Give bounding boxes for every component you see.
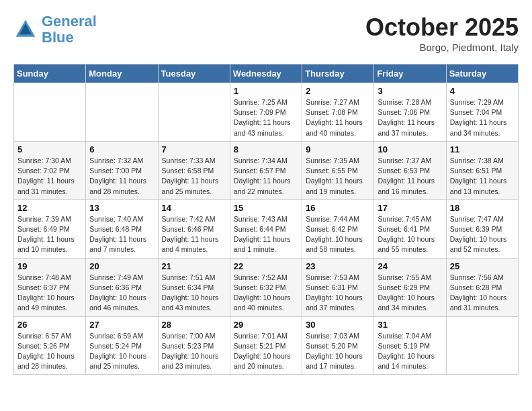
calendar-cell: 27Sunrise: 6:59 AM Sunset: 5:24 PM Dayli… [86,316,158,375]
calendar-cell: 5Sunrise: 7:30 AM Sunset: 7:02 PM Daylig… [14,141,86,199]
day-number: 12 [17,203,82,213]
calendar-cell: 10Sunrise: 7:37 AM Sunset: 6:53 PM Dayli… [374,141,446,199]
day-info: Sunrise: 6:57 AM Sunset: 5:26 PM Dayligh… [17,331,82,372]
calendar-cell: 30Sunrise: 7:03 AM Sunset: 5:20 PM Dayli… [302,316,374,375]
calendar-cell [158,83,230,142]
calendar-cell: 23Sunrise: 7:53 AM Sunset: 6:31 PM Dayli… [302,258,374,316]
calendar-cell: 16Sunrise: 7:44 AM Sunset: 6:42 PM Dayli… [302,199,374,258]
day-info: Sunrise: 7:47 AM Sunset: 6:39 PM Dayligh… [450,214,515,255]
calendar-cell: 3Sunrise: 7:28 AM Sunset: 7:06 PM Daylig… [374,83,446,142]
page-header: General Blue October 2025 Borgo, Piedmon… [13,13,519,53]
day-number: 11 [450,144,515,154]
calendar-cell: 31Sunrise: 7:04 AM Sunset: 5:19 PM Dayli… [374,316,446,375]
calendar-cell: 17Sunrise: 7:45 AM Sunset: 6:41 PM Dayli… [374,199,446,258]
day-number: 30 [306,320,370,330]
day-info: Sunrise: 7:34 AM Sunset: 6:57 PM Dayligh… [234,156,298,197]
calendar-cell: 8Sunrise: 7:34 AM Sunset: 6:57 PM Daylig… [230,141,302,199]
day-number: 21 [162,261,226,271]
day-info: Sunrise: 7:39 AM Sunset: 6:49 PM Dayligh… [17,214,82,255]
calendar-cell: 29Sunrise: 7:01 AM Sunset: 5:21 PM Dayli… [230,316,302,375]
weekday-header: Thursday [302,64,374,83]
day-info: Sunrise: 7:30 AM Sunset: 7:02 PM Dayligh… [17,156,82,197]
day-info: Sunrise: 7:40 AM Sunset: 6:48 PM Dayligh… [89,214,154,255]
day-number: 22 [234,261,298,271]
calendar-cell [86,83,158,142]
day-info: Sunrise: 7:51 AM Sunset: 6:34 PM Dayligh… [162,273,226,314]
weekday-header: Wednesday [230,64,302,83]
month-title: October 2025 [365,13,519,42]
logo-line2: Blue [42,29,74,46]
day-info: Sunrise: 7:44 AM Sunset: 6:42 PM Dayligh… [306,214,370,255]
calendar-cell [446,316,518,375]
day-info: Sunrise: 7:25 AM Sunset: 7:09 PM Dayligh… [234,97,298,138]
day-number: 10 [378,144,442,154]
day-info: Sunrise: 7:56 AM Sunset: 6:28 PM Dayligh… [450,273,515,314]
calendar-cell: 4Sunrise: 7:29 AM Sunset: 7:04 PM Daylig… [446,83,518,142]
day-info: Sunrise: 7:04 AM Sunset: 5:19 PM Dayligh… [378,331,442,372]
calendar-cell: 24Sunrise: 7:55 AM Sunset: 6:29 PM Dayli… [374,258,446,316]
day-number: 3 [378,86,442,96]
day-info: Sunrise: 6:59 AM Sunset: 5:24 PM Dayligh… [89,331,154,372]
day-number: 6 [89,144,154,154]
day-info: Sunrise: 7:55 AM Sunset: 6:29 PM Dayligh… [378,273,442,314]
calendar-cell [14,83,86,142]
weekday-header: Friday [374,64,446,83]
day-info: Sunrise: 7:28 AM Sunset: 7:06 PM Dayligh… [378,97,442,138]
day-info: Sunrise: 7:38 AM Sunset: 6:51 PM Dayligh… [450,156,515,197]
logo-icon [13,17,38,42]
day-info: Sunrise: 7:49 AM Sunset: 6:36 PM Dayligh… [89,273,154,314]
day-info: Sunrise: 7:43 AM Sunset: 6:44 PM Dayligh… [234,214,298,255]
calendar-cell: 20Sunrise: 7:49 AM Sunset: 6:36 PM Dayli… [86,258,158,316]
calendar-cell: 19Sunrise: 7:48 AM Sunset: 6:37 PM Dayli… [14,258,86,316]
calendar-cell: 1Sunrise: 7:25 AM Sunset: 7:09 PM Daylig… [230,83,302,142]
weekday-header: Sunday [14,64,86,83]
day-number: 14 [162,203,226,213]
day-number: 24 [378,261,442,271]
calendar-cell: 2Sunrise: 7:27 AM Sunset: 7:08 PM Daylig… [302,83,374,142]
day-info: Sunrise: 7:48 AM Sunset: 6:37 PM Dayligh… [17,273,82,314]
calendar-week-row: 5Sunrise: 7:30 AM Sunset: 7:02 PM Daylig… [14,141,519,199]
day-number: 9 [306,144,370,154]
calendar-cell: 12Sunrise: 7:39 AM Sunset: 6:49 PM Dayli… [14,199,86,258]
day-info: Sunrise: 7:35 AM Sunset: 6:55 PM Dayligh… [306,156,370,197]
calendar-week-row: 12Sunrise: 7:39 AM Sunset: 6:49 PM Dayli… [14,199,519,258]
day-info: Sunrise: 7:32 AM Sunset: 7:00 PM Dayligh… [89,156,154,197]
day-number: 26 [17,320,82,330]
calendar-cell: 21Sunrise: 7:51 AM Sunset: 6:34 PM Dayli… [158,258,230,316]
day-number: 17 [378,203,442,213]
day-number: 2 [306,86,370,96]
weekday-header: Saturday [446,64,518,83]
location-subtitle: Borgo, Piedmont, Italy [365,42,519,53]
title-block: October 2025 Borgo, Piedmont, Italy [365,13,519,53]
weekday-header-row: SundayMondayTuesdayWednesdayThursdayFrid… [14,64,519,83]
day-info: Sunrise: 7:03 AM Sunset: 5:20 PM Dayligh… [306,331,370,372]
calendar-cell: 14Sunrise: 7:42 AM Sunset: 6:46 PM Dayli… [158,199,230,258]
calendar-week-row: 19Sunrise: 7:48 AM Sunset: 6:37 PM Dayli… [14,258,519,316]
day-info: Sunrise: 7:53 AM Sunset: 6:31 PM Dayligh… [306,273,370,314]
calendar-cell: 6Sunrise: 7:32 AM Sunset: 7:00 PM Daylig… [86,141,158,199]
day-number: 19 [17,261,82,271]
day-number: 15 [234,203,298,213]
calendar-cell: 15Sunrise: 7:43 AM Sunset: 6:44 PM Dayli… [230,199,302,258]
day-info: Sunrise: 7:01 AM Sunset: 5:21 PM Dayligh… [234,331,298,372]
logo-line1: General [42,13,97,30]
day-number: 27 [89,320,154,330]
calendar-cell: 28Sunrise: 7:00 AM Sunset: 5:23 PM Dayli… [158,316,230,375]
day-number: 28 [162,320,226,330]
calendar-cell: 18Sunrise: 7:47 AM Sunset: 6:39 PM Dayli… [446,199,518,258]
day-info: Sunrise: 7:42 AM Sunset: 6:46 PM Dayligh… [162,214,226,255]
day-number: 8 [234,144,298,154]
calendar-cell: 13Sunrise: 7:40 AM Sunset: 6:48 PM Dayli… [86,199,158,258]
calendar-cell: 9Sunrise: 7:35 AM Sunset: 6:55 PM Daylig… [302,141,374,199]
day-number: 1 [234,86,298,96]
calendar-week-row: 1Sunrise: 7:25 AM Sunset: 7:09 PM Daylig… [14,83,519,142]
day-info: Sunrise: 7:29 AM Sunset: 7:04 PM Dayligh… [450,97,515,138]
calendar-cell: 25Sunrise: 7:56 AM Sunset: 6:28 PM Dayli… [446,258,518,316]
day-number: 18 [450,203,515,213]
day-number: 13 [89,203,154,213]
day-number: 5 [17,144,82,154]
weekday-header: Tuesday [158,64,230,83]
calendar-week-row: 26Sunrise: 6:57 AM Sunset: 5:26 PM Dayli… [14,316,519,375]
day-number: 7 [162,144,226,154]
calendar-cell: 22Sunrise: 7:52 AM Sunset: 6:32 PM Dayli… [230,258,302,316]
